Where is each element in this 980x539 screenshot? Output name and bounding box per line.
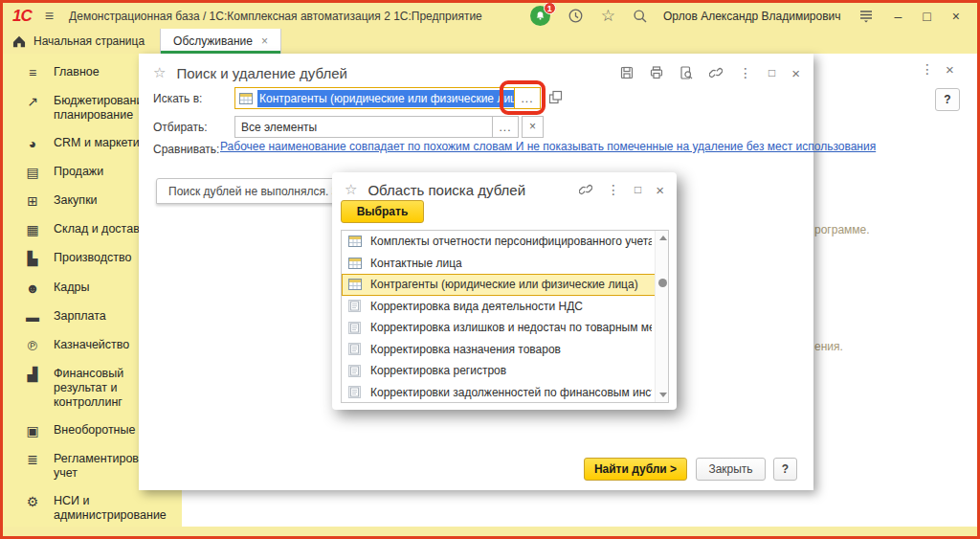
window-title: Демонстрационная база / 1С:Комплексная а… (69, 10, 482, 23)
get-link-icon[interactable] (579, 183, 592, 196)
sidebar-item-label: Казначейство (54, 338, 129, 352)
list-item[interactable]: Контрагенты (юридические или физические … (342, 274, 668, 296)
dialog-help-button[interactable]: ? (773, 458, 797, 481)
sidebar-item-label: Зарплата (54, 309, 106, 324)
workspace-help-button[interactable]: ? (935, 88, 960, 111)
purchases-icon: ⊞ (24, 193, 41, 209)
list-item[interactable]: Корректировка регистров (342, 360, 668, 382)
nsi-icon: ⚙ (24, 494, 41, 509)
main-menu-icon[interactable]: ≡ (45, 8, 54, 25)
collapse-panels-icon[interactable] (858, 10, 874, 23)
dialog-close-icon[interactable]: × (791, 65, 800, 81)
search-in-value: Контрагенты (юридические или физические … (257, 90, 514, 107)
close-window-button[interactable]: × (952, 9, 960, 24)
list-item-label: Контрагенты (юридические или физические … (370, 278, 638, 291)
treasury-icon: ℗ (24, 338, 41, 353)
list-item-label: Контактные лица (370, 257, 462, 270)
document-icon (348, 343, 362, 355)
filter-clear-button[interactable]: × (522, 116, 544, 138)
list-scrollbar[interactable] (655, 231, 668, 402)
modal-close-icon[interactable]: × (656, 182, 664, 198)
filter-ellipsis-button[interactable]: ... (492, 117, 518, 137)
favorite-star-icon[interactable]: ☆ (345, 181, 357, 198)
search-in-field[interactable]: Контрагенты (юридические или физические … (234, 87, 541, 109)
assets-icon: ▣ (24, 423, 41, 438)
open-value-icon[interactable] (548, 90, 563, 104)
catalog-icon (348, 279, 362, 290)
sidebar-item-label: Склад и доставка (54, 222, 151, 236)
search-area-modal: ☆ Область поиска дублей ⋮ □ × Выбрать Ко… (332, 172, 677, 410)
modal-maximize-icon[interactable]: □ (635, 183, 641, 196)
catalog-icon (348, 258, 362, 269)
dialog-more-icon[interactable]: ⋮ (739, 65, 752, 80)
dialog-header: ☆ Поиск и удаление дублей ⋮ □ × (139, 54, 813, 81)
list-item-label: Корректировки задолженностей по финансов… (370, 386, 652, 399)
bottom-strip (3, 527, 977, 536)
catalog-icon (348, 236, 362, 247)
sidebar-item-nsi[interactable]: ⚙ НСИ и администрирование (3, 487, 182, 527)
glavnoe-icon: ≡ (24, 65, 41, 80)
list-item[interactable]: Корректировка излишков и недостач по тов… (342, 317, 668, 339)
filter-label: Отбирать: (153, 121, 208, 134)
tab-close-icon[interactable]: × (261, 34, 268, 48)
history-icon[interactable] (568, 8, 584, 24)
document-icon (348, 322, 362, 334)
document-icon (348, 365, 362, 377)
scroll-up-icon[interactable] (659, 236, 667, 240)
document-icon (348, 386, 362, 398)
tab-home-page[interactable]: Начальная страница (3, 29, 160, 54)
warehouse-icon: ▦ (24, 222, 41, 237)
list-item-label: Корректировка излишков и недостач по тов… (370, 321, 652, 334)
sidebar-item-label: CRM и маркетинг (54, 136, 150, 150)
salary-icon: ▬ (24, 309, 41, 325)
find-duplicates-button[interactable]: Найти дубли > (584, 458, 687, 481)
select-button[interactable]: Выбрать (341, 200, 424, 223)
sidebar-item-label: Главное (54, 65, 100, 79)
compare-rule-link[interactable]: Рабочее наименование совпадает по похожи… (220, 140, 794, 153)
modal-header: ☆ Область поиска дублей ⋮ □ × (332, 172, 677, 198)
list-item[interactable]: Комплекты отчетности персонифицированног… (342, 231, 668, 253)
list-item-label: Корректировка регистров (370, 364, 506, 377)
notification-badge: 1 (544, 2, 556, 14)
finresult-icon: ▟ (24, 367, 41, 382)
title-bar: 1С ≡ Демонстрационная база / 1С:Комплекс… (3, 3, 977, 29)
list-item[interactable]: Корректировки задолженностей по финансов… (342, 382, 668, 404)
scroll-thumb[interactable] (658, 279, 667, 287)
favorites-star-icon[interactable]: ☆ (601, 6, 615, 26)
budget-icon: ↗ (24, 94, 41, 109)
regulated-icon: ≣ (24, 452, 41, 467)
favorite-star-icon[interactable]: ☆ (153, 64, 166, 81)
scroll-down-icon[interactable] (659, 393, 667, 397)
modal-more-icon[interactable]: ⋮ (607, 182, 620, 197)
1c-logo-icon: 1С (12, 7, 32, 26)
list-item[interactable]: Корректировка назначения товаров (342, 339, 668, 361)
document-icon (348, 300, 362, 312)
print-icon[interactable] (650, 66, 663, 79)
workspace-close-icon[interactable]: × (946, 61, 954, 78)
notifications-button[interactable]: 1 (530, 6, 550, 26)
minimize-button[interactable]: – (895, 9, 902, 24)
sidebar-item-label: Кадры (54, 281, 89, 295)
preview-icon[interactable] (679, 66, 693, 79)
dialog-maximize-icon[interactable]: □ (768, 66, 775, 79)
search-icon[interactable] (633, 9, 648, 24)
search-area-list: Комплекты отчетности персонифицированног… (341, 230, 669, 403)
sidebar-item-label: Продажи (54, 165, 103, 179)
save-icon[interactable] (620, 66, 634, 79)
application-window: 1С ≡ Демонстрационная база / 1С:Комплекс… (0, 0, 980, 539)
workspace-more-icon[interactable]: ⋮ (921, 61, 934, 77)
compare-label: Сравнивать: (153, 143, 219, 156)
current-user[interactable]: Орлов Александр Владимирович (663, 10, 841, 23)
home-icon (12, 35, 26, 48)
close-dialog-button[interactable]: Закрыть (696, 458, 766, 481)
list-item[interactable]: Контактные лица (342, 253, 668, 275)
tab-service[interactable]: Обслуживание × (160, 29, 281, 54)
tab-service-label: Обслуживание (173, 34, 253, 48)
filter-field[interactable]: Все элементы ... (234, 116, 519, 138)
dialog-toolbar: ⋮ □ × (620, 65, 800, 81)
sidebar-item-label: НСИ и администрирование (54, 494, 178, 523)
get-link-icon[interactable] (709, 66, 723, 79)
maximize-button[interactable]: □ (923, 9, 930, 24)
search-in-label: Искать в: (153, 92, 202, 105)
list-item[interactable]: Корректировка вида деятельности НДС (342, 296, 668, 318)
